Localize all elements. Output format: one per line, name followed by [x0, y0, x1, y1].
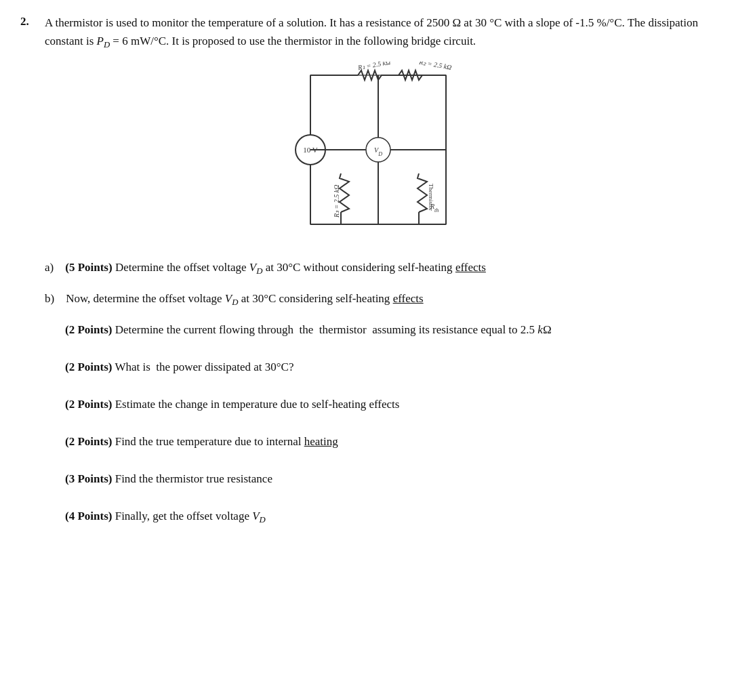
part-a-label: a) — [45, 261, 54, 274]
sub-b1-text: Determine the current flowing through th… — [115, 323, 552, 336]
sub-b4-text: Find the true temperature due to interna… — [115, 435, 338, 448]
svg-text:R₃ = 2.5 kΩ: R₃ = 2.5 kΩ — [333, 184, 340, 218]
sub-b3-points: (2 Points) — [65, 398, 112, 411]
sub-part-b1: (2 Points) Determine the current flowing… — [65, 321, 712, 339]
part-a-text: Determine the offset voltage VD at 30°C … — [115, 261, 486, 274]
part-a-points: (5 Points) — [65, 261, 112, 274]
problem-number: 2. — [20, 14, 37, 546]
circuit-diagram: R₁ = 2.5 kΩ R₂ = 2.5 kΩ 10 V VD — [45, 62, 712, 245]
sub-part-b5: (3 Points) Find the thermistor true resi… — [65, 470, 712, 488]
sub-part-b3: (2 Points) Estimate the change in temper… — [65, 395, 712, 413]
sub-b4-heating: heating — [304, 435, 338, 448]
sub-b2-points: (2 Points) — [65, 361, 112, 373]
sub-b2-text: What is the power dissipated at 30°C? — [115, 361, 293, 373]
sub-b5-points: (3 Points) — [65, 472, 112, 485]
circuit-svg: R₁ = 2.5 kΩ R₂ = 2.5 kΩ 10 V VD — [270, 62, 487, 245]
sub-b1-points: (2 Points) — [65, 323, 112, 336]
problem-intro-text: A thermistor is used to monitor the temp… — [45, 14, 712, 52]
sub-b6-text: Finally, get the offset voltage VD — [115, 510, 266, 522]
sub-b3-text: Estimate the change in temperature due t… — [115, 398, 400, 411]
sub-b6-points: (4 Points) — [65, 510, 112, 522]
svg-text:R₁ = 2.5 kΩ: R₁ = 2.5 kΩ — [357, 62, 391, 71]
part-b-label: b) — [45, 292, 54, 305]
sub-part-b6: (4 Points) Finally, get the offset volta… — [65, 507, 712, 527]
part-b-effects: effects — [393, 292, 424, 305]
sub-part-b2: (2 Points) What is the power dissipated … — [65, 358, 712, 376]
pd-variable: PD — [97, 35, 110, 47]
svg-text:R₂ = 2.5 kΩ: R₂ = 2.5 kΩ — [418, 62, 453, 71]
part-b-text: Now, determine the offset voltage VD at … — [66, 292, 423, 305]
problem-body: A thermistor is used to monitor the temp… — [45, 14, 712, 546]
problem-container: 2. A thermistor is used to monitor the t… — [20, 14, 712, 546]
sub-parts-container: (2 Points) Determine the current flowing… — [65, 321, 712, 528]
sub-b4-points: (2 Points) — [65, 435, 112, 448]
part-a: a) (5 Points) Determine the offset volta… — [45, 258, 712, 279]
part-b: b) Now, determine the offset voltage VD … — [45, 289, 712, 310]
part-a-effects: effects — [455, 261, 486, 274]
sub-part-b4: (2 Points) Find the true temperature due… — [65, 432, 712, 451]
sub-b5-text: Find the thermistor true resistance — [115, 472, 272, 485]
